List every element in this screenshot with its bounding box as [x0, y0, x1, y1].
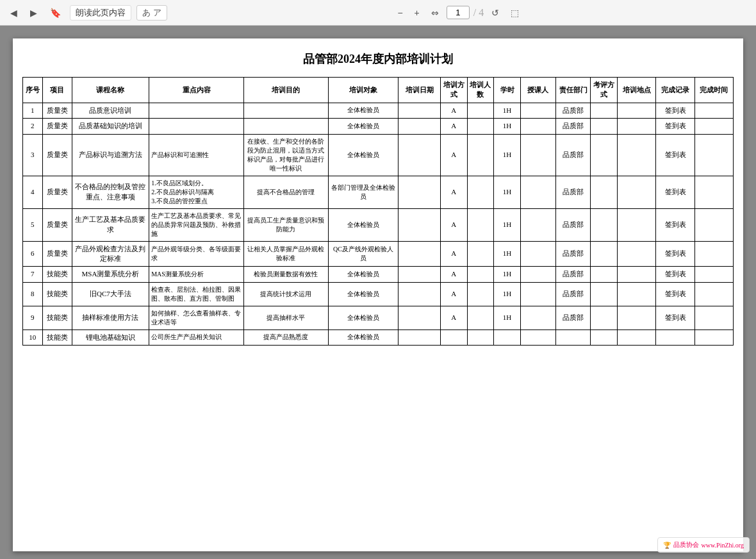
table-cell [520, 176, 555, 208]
table-cell [467, 282, 494, 306]
table-cell: 1H [494, 282, 521, 306]
table-cell [467, 176, 494, 208]
table-cell: A [440, 208, 467, 241]
col-header-goal: 培训目的 [244, 78, 329, 103]
table-cell: A [440, 103, 467, 118]
table-cell: 质量类 [42, 134, 72, 176]
table-cell [467, 241, 494, 267]
table-cell: 质量类 [42, 208, 72, 241]
table-cell [399, 119, 441, 134]
toolbar: ◀ ▶ 🔖 朗读此页内容 あ ア − + ⇔ / 4 ↺ ⬚ [0, 0, 756, 26]
table-cell [467, 306, 494, 330]
table-cell [244, 103, 329, 118]
table-cell [467, 208, 494, 241]
table-cell: 品质基础知识的培训 [72, 119, 149, 134]
table-cell: 质量类 [42, 119, 72, 134]
table-cell: A [440, 282, 467, 306]
table-row: 1质量类品质意识培训全体检验员A1H品质部签到表 [23, 103, 734, 118]
table-cell: 全体检验员 [328, 282, 399, 306]
bookmark-button[interactable]: 🔖 [46, 6, 65, 20]
document-page: 品管部2024年度内部培训计划 序号 项目 课程名称 重点内容 培训目的 培训对… [13, 38, 743, 551]
brand-logo: 🏆 品质协会 www.PinZhi.org [657, 537, 750, 553]
table-cell: 提高产品熟悉度 [244, 330, 329, 345]
table-cell [591, 134, 618, 176]
table-cell [399, 208, 441, 241]
table-cell [520, 134, 555, 176]
col-header-target: 培训对象 [328, 78, 399, 103]
col-header-mode: 培训方式 [440, 78, 467, 103]
table-cell [618, 176, 656, 208]
table-cell [694, 282, 733, 306]
table-cell: 品质部 [555, 176, 591, 208]
page-separator: / 4 [473, 7, 484, 19]
col-header-key: 重点内容 [149, 78, 244, 103]
table-cell: 2 [23, 119, 43, 134]
table-cell [555, 330, 591, 345]
table-cell [520, 330, 555, 345]
toolbar-center: − + ⇔ / 4 ↺ ⬚ [172, 6, 744, 20]
table-cell: 产品外观检查方法及判定标准 [72, 241, 149, 267]
table-cell: 质量类 [42, 241, 72, 267]
table-cell [694, 119, 733, 134]
table-cell [520, 282, 555, 306]
table-cell [399, 134, 441, 176]
table-cell: 1H [494, 119, 521, 134]
next-page-button[interactable]: ▶ [26, 6, 41, 20]
table-cell: A [440, 241, 467, 267]
brand-url: www.PinZhi.org [702, 542, 744, 549]
col-header-date: 培训日期 [399, 78, 441, 103]
col-header-complete: 完成时间 [694, 78, 733, 103]
document-title: 品管部2024年度内部培训计划 [22, 51, 734, 67]
table-cell: 1H [494, 306, 521, 330]
table-cell [399, 241, 441, 267]
brand-icon: 🏆 [663, 542, 671, 549]
table-cell: 产品标识和可追溯性 [149, 134, 244, 176]
table-cell: 不合格品的控制及管控重点、注意事项 [72, 176, 149, 208]
table-cell: 签到表 [656, 134, 694, 176]
table-cell [399, 306, 441, 330]
table-cell [399, 103, 441, 118]
table-cell: 产品标识与追溯方法 [72, 134, 149, 176]
table-cell: 签到表 [656, 282, 694, 306]
table-cell [520, 119, 555, 134]
page-number-input[interactable] [447, 6, 470, 19]
table-cell: 签到表 [656, 103, 694, 118]
table-row: 7技能类MSA测量系统分析MAS测量系统分析检验员测量数据有效性全体检验员A1H… [23, 267, 734, 282]
table-row: 4质量类不合格品的控制及管控重点、注意事项1.不良品区域划分。 2.不良品的标识… [23, 176, 734, 208]
table-cell: 1H [494, 103, 521, 118]
font-settings-button[interactable]: あ ア [136, 5, 167, 21]
fit-button[interactable]: ⇔ [427, 6, 443, 20]
table-row: 10技能类锂电池基础知识公司所生产产品相关知识提高产品熟悉度全体检验员 [23, 330, 734, 345]
table-cell: 1H [494, 267, 521, 282]
table-cell: 1H [494, 134, 521, 176]
table-cell: 提高抽样水平 [244, 306, 329, 330]
prev-page-button[interactable]: ◀ [6, 6, 21, 20]
table-cell: 全体检验员 [328, 306, 399, 330]
table-cell: 9 [23, 306, 43, 330]
table-cell: 如何抽样、怎么查看抽样表、专业术语等 [149, 306, 244, 330]
col-header-trainee: 培训人数 [467, 78, 494, 103]
table-cell: 品质部 [555, 241, 591, 267]
table-cell: 签到表 [656, 208, 694, 241]
table-cell: 提高统计技术运用 [244, 282, 329, 306]
zoom-in-button[interactable]: + [411, 6, 423, 20]
table-cell: 品质部 [555, 134, 591, 176]
table-cell [694, 208, 733, 241]
table-cell: A [440, 134, 467, 176]
table-row: 8技能类旧QC7大手法检查表、层别法、柏拉图、因果图、散布图、直方图、管制图提高… [23, 282, 734, 306]
table-cell: 3 [23, 134, 43, 176]
col-header-item: 项目 [42, 78, 72, 103]
table-cell: A [440, 119, 467, 134]
zoom-out-button[interactable]: − [393, 6, 406, 20]
table-cell: 签到表 [656, 241, 694, 267]
table-cell: 品质部 [555, 208, 591, 241]
table-cell: 4 [23, 176, 43, 208]
rotate-button[interactable]: ↺ [488, 6, 503, 20]
col-header-course: 课程名称 [72, 78, 149, 103]
table-row: 2质量类品质基础知识的培训全体检验员A1H品质部签到表 [23, 119, 734, 134]
export-button[interactable]: ⬚ [507, 6, 523, 20]
table-cell: 旧QC7大手法 [72, 282, 149, 306]
col-header-place: 培训地点 [618, 78, 656, 103]
table-cell: 7 [23, 267, 43, 282]
table-cell [591, 241, 618, 267]
